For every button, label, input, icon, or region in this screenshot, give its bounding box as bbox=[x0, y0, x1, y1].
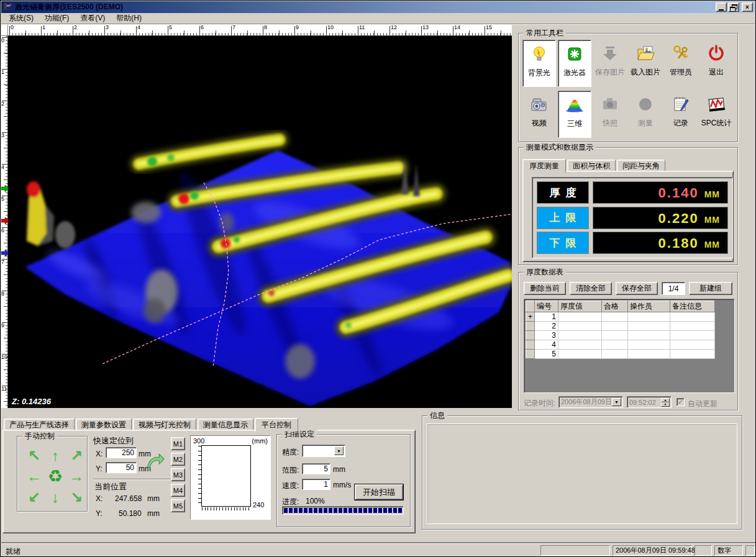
memory-button-m5[interactable]: M5 bbox=[171, 499, 185, 512]
menu-system[interactable]: 系统(S) bbox=[3, 12, 39, 25]
spc-button[interactable]: SPC统计 bbox=[699, 91, 733, 138]
table-row[interactable]: 5 bbox=[526, 350, 715, 359]
row-selector[interactable] bbox=[526, 340, 535, 350]
memory-button-m1[interactable]: M1 bbox=[171, 437, 185, 450]
tab-stage-control[interactable]: 平台控制 bbox=[255, 418, 298, 432]
row-selector[interactable] bbox=[526, 331, 535, 340]
tab-product-line[interactable]: 产品与生产线选择 bbox=[4, 419, 75, 430]
empty-cell[interactable] bbox=[558, 322, 602, 331]
record-date-combo[interactable]: 2006年08月09日 ▼ bbox=[558, 396, 623, 408]
menu-help[interactable]: 帮助(H) bbox=[111, 12, 147, 25]
record-date-dropdown-icon[interactable]: ▼ bbox=[612, 398, 621, 406]
load-image-button[interactable]: 载入图片 bbox=[629, 40, 662, 87]
laser-button[interactable]: 激光器 bbox=[558, 40, 591, 87]
empty-cell[interactable] bbox=[670, 340, 715, 350]
row-selector[interactable]: + bbox=[526, 312, 535, 322]
record-button[interactable]: 记录 bbox=[664, 91, 698, 138]
speed-input[interactable]: 1 bbox=[302, 479, 330, 490]
new-group-button[interactable]: 新建组 bbox=[689, 282, 732, 295]
backlight-button[interactable]: 背景光 bbox=[522, 40, 556, 87]
start-scan-button[interactable]: 开始扫描 bbox=[355, 484, 403, 500]
jog-down-right-icon[interactable]: ↘ bbox=[66, 487, 87, 507]
h-ruler-number: 10 bbox=[327, 25, 334, 30]
menu-function[interactable]: 功能(F) bbox=[39, 12, 75, 25]
tab-area-volume[interactable]: 面积与体积 bbox=[567, 160, 616, 171]
thickness-grid[interactable]: 编号 厚度值 合格 操作员 备注信息 +12345 bbox=[524, 299, 735, 393]
empty-cell[interactable] bbox=[558, 331, 602, 340]
memory-button-m4[interactable]: M4 bbox=[171, 484, 185, 497]
empty-cell[interactable] bbox=[628, 322, 670, 331]
empty-cell[interactable] bbox=[602, 340, 628, 350]
jog-down-icon[interactable]: ↓ bbox=[45, 487, 66, 507]
empty-cell[interactable] bbox=[670, 350, 715, 359]
memory-button-m2[interactable]: M2 bbox=[171, 453, 185, 466]
empty-cell[interactable] bbox=[628, 350, 670, 359]
tab-measure-info[interactable]: 测量信息显示 bbox=[198, 419, 253, 430]
time-up-icon[interactable]: ▲ bbox=[661, 398, 670, 402]
col-operator[interactable]: 操作员 bbox=[628, 301, 670, 312]
table-row[interactable]: 3 bbox=[526, 331, 715, 340]
col-thickness[interactable]: 厚度值 bbox=[558, 301, 602, 312]
row-number-cell[interactable]: 1 bbox=[535, 312, 558, 322]
row-number-cell[interactable]: 4 bbox=[535, 340, 558, 350]
col-pass[interactable]: 合格 bbox=[602, 301, 628, 312]
jog-up-left-icon[interactable]: ↖ bbox=[24, 445, 45, 466]
table-row[interactable]: +1 bbox=[526, 312, 715, 322]
jog-home-icon[interactable]: ♻ bbox=[45, 466, 66, 487]
delete-current-button[interactable]: 删除当前 bbox=[524, 282, 566, 295]
video-button[interactable]: 视频 bbox=[522, 91, 556, 138]
minimize-button[interactable] bbox=[716, 2, 727, 12]
empty-cell[interactable] bbox=[670, 331, 715, 340]
precision-dropdown-icon[interactable]: ▼ bbox=[334, 446, 344, 455]
status-resize-grip[interactable] bbox=[745, 545, 755, 556]
surface-3d-viewport[interactable]: Z: 0.14236 bbox=[8, 36, 512, 408]
view-3d-button[interactable]: 三维 bbox=[558, 91, 591, 138]
empty-cell[interactable] bbox=[602, 350, 628, 359]
exit-button[interactable]: 退出 bbox=[699, 40, 733, 87]
range-input[interactable]: 5 bbox=[302, 463, 330, 474]
jog-left-icon[interactable]: ← bbox=[24, 466, 45, 487]
table-row[interactable]: 2 bbox=[526, 322, 715, 331]
jog-up-icon[interactable]: ↑ bbox=[45, 445, 66, 466]
empty-cell[interactable] bbox=[628, 312, 670, 322]
quick-x-input[interactable]: 250 bbox=[106, 447, 137, 458]
memory-button-m3[interactable]: M3 bbox=[171, 468, 185, 481]
close-button[interactable]: × bbox=[742, 2, 753, 12]
tab-video-light[interactable]: 视频与灯光控制 bbox=[133, 419, 196, 430]
time-down-icon[interactable]: ▼ bbox=[661, 402, 670, 407]
save-all-button[interactable]: 保存全部 bbox=[616, 282, 658, 295]
auto-update-checkbox[interactable]: ✓ bbox=[676, 398, 685, 406]
quick-y-input[interactable]: 50 bbox=[106, 462, 137, 473]
tab-spacing-angle[interactable]: 间距与夹角 bbox=[617, 160, 665, 171]
tab-measure-params[interactable]: 测量参数设置 bbox=[76, 419, 132, 430]
admin-button[interactable]: 管理员 bbox=[664, 40, 698, 87]
empty-cell[interactable] bbox=[558, 340, 602, 350]
empty-cell[interactable] bbox=[602, 322, 628, 331]
jog-right-icon[interactable]: → bbox=[66, 466, 87, 487]
col-remark[interactable]: 备注信息 bbox=[670, 301, 715, 312]
row-number-cell[interactable]: 3 bbox=[535, 331, 558, 340]
col-no[interactable]: 编号 bbox=[535, 301, 558, 312]
empty-cell[interactable] bbox=[558, 350, 602, 359]
clear-all-button[interactable]: 清除全部 bbox=[570, 282, 612, 295]
empty-cell[interactable] bbox=[602, 312, 628, 322]
row-number-cell[interactable]: 2 bbox=[535, 322, 558, 331]
empty-cell[interactable] bbox=[558, 312, 602, 322]
empty-cell[interactable] bbox=[628, 331, 670, 340]
record-time-spinner[interactable]: 09:52:02 ▲ ▼ bbox=[627, 396, 672, 408]
tab-thickness[interactable]: 厚度测量 bbox=[522, 159, 566, 173]
row-selector[interactable] bbox=[526, 350, 535, 359]
empty-cell[interactable] bbox=[670, 322, 715, 331]
empty-cell[interactable] bbox=[602, 331, 628, 340]
row-number-cell[interactable]: 5 bbox=[535, 350, 558, 359]
jog-down-left-icon[interactable]: ↙ bbox=[24, 487, 45, 507]
table-row[interactable]: 4 bbox=[526, 340, 715, 350]
row-selector[interactable] bbox=[526, 322, 535, 331]
empty-cell[interactable] bbox=[670, 312, 715, 322]
jog-up-right-icon[interactable]: ↗ bbox=[66, 445, 87, 466]
menu-view[interactable]: 查看(V) bbox=[75, 12, 111, 25]
go-to-position-icon[interactable] bbox=[145, 451, 165, 470]
empty-cell[interactable] bbox=[628, 340, 670, 350]
precision-combo[interactable]: ▼ bbox=[302, 445, 345, 457]
restore-button[interactable] bbox=[728, 2, 739, 12]
